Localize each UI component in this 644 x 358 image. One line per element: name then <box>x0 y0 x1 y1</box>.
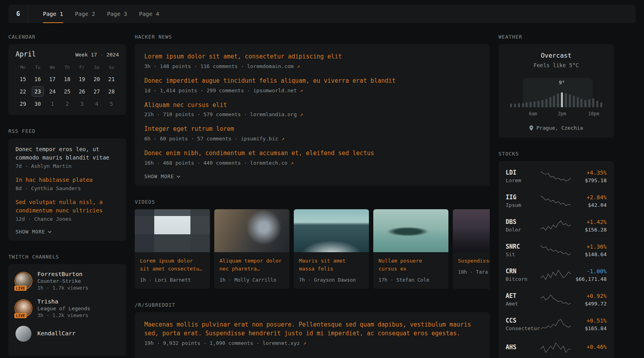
nav-tab[interactable]: Page 4 <box>139 5 159 23</box>
weather-section: WEATHER Overcast Feels like 5°C 9° 6am 2… <box>499 34 614 138</box>
video-card[interactable]: Aliquam tempor dolor nec pharetra… 1h · … <box>214 209 289 289</box>
hn-show-more-button[interactable]: SHOW MORE <box>144 173 480 179</box>
hn-item: Donec imperdiet augue tincidunt felis al… <box>144 77 480 93</box>
channel-name[interactable]: ForrestBurton <box>37 271 88 277</box>
chevron-down-icon <box>48 231 52 233</box>
video-thumbnail[interactable] <box>373 209 448 252</box>
rss-item-title[interactable]: In hac habitasse platea <box>16 176 119 184</box>
stock-name: Ipsum <box>506 202 540 208</box>
hn-item-source-link[interactable]: loremdomain.com ↗ <box>247 63 300 69</box>
video-title[interactable]: Aliquam tempor dolor nec pharetra… <box>219 257 284 273</box>
video-card[interactable]: Lorem ipsum dolor sit amet consectetu… 1… <box>135 209 210 289</box>
video-meta: 17h · Stefan Cole <box>378 277 443 283</box>
hn-item-source-link[interactable]: loremtech.co ↗ <box>250 160 294 166</box>
hn-item-stats: 16h · 468 points · 440 comments · <box>144 160 250 166</box>
stock-identity: IIG Ipsum <box>506 194 540 208</box>
subreddit-section: /R/SUBREDDIT Maecenas mollis pulvinar er… <box>135 302 490 358</box>
rss-item-title[interactable]: Donec tempor eros leo, ut commodo mauris… <box>16 145 119 162</box>
weather-location: Prague, Czechia <box>508 125 604 131</box>
video-card[interactable]: Mauris sit amet massa felis 7h · Grayson… <box>294 209 369 289</box>
calendar-weekday-row: Mo Tu We Th Fr Sa Su <box>16 65 119 70</box>
video-meta: 1h · Molly Carrillo <box>219 277 284 283</box>
weather-bar <box>577 97 579 107</box>
hn-item-source-link[interactable]: ipsumify.biz ↗ <box>241 136 285 142</box>
channel-name[interactable]: Trisha <box>37 298 90 305</box>
hn-item-source-link[interactable]: loremlandia.org ↗ <box>250 111 303 117</box>
weather-bar <box>573 95 575 107</box>
hn-item: Donec enim nibh, condimentum et accumsan… <box>144 149 480 166</box>
weather-widget: Overcast Feels like 5°C 9° 6am 2pm 10pm <box>499 44 614 138</box>
channel-info: KendallCarr <box>37 330 76 337</box>
hn-item-source-link[interactable]: ipsumworld.net ↗ <box>253 88 303 93</box>
nav-tabs: Page 1 Page 2 Page 3 Page 4 <box>28 5 165 23</box>
hn-item-stats: 6h · 60 points · 57 comments · <box>144 136 241 142</box>
subreddit-post-title[interactable]: Maecenas mollis pulvinar erat non posuer… <box>144 321 480 338</box>
section-title-hackernews: HACKER NEWS <box>135 34 490 40</box>
stock-symbol: AET <box>506 292 540 300</box>
weather-bar <box>530 102 531 107</box>
hn-item-title[interactable]: Integer eget rutrum lorem <box>144 125 480 134</box>
video-thumbnail[interactable] <box>294 209 369 252</box>
calendar-weekday: We <box>45 65 60 70</box>
hn-item-title[interactable]: Lorem ipsum dolor sit amet, consectetur … <box>144 53 480 61</box>
weather-bar <box>553 95 555 107</box>
video-card[interactable]: Suspendisse diam 18h · Tara <box>453 209 490 289</box>
stock-price: $156.28 <box>572 227 607 233</box>
left-column: CALENDAR April Week 17 · 2024 Mo <box>8 34 126 358</box>
rss-show-more-button[interactable]: SHOW MORE <box>16 229 119 235</box>
calendar-section: CALENDAR April Week 17 · 2024 Mo <box>8 34 126 115</box>
section-title-calendar: CALENDAR <box>8 34 126 40</box>
twitch-channel-row[interactable]: LIVE ForrestBurton Counter-Strike 1h · 1… <box>16 271 119 291</box>
stock-price: $795.18 <box>572 177 607 183</box>
weather-hourly-chart: 9° <box>509 78 603 107</box>
weather-bar <box>565 93 567 107</box>
stock-change: +4.35% <box>572 169 607 176</box>
video-title[interactable]: Mauris sit amet massa felis <box>299 257 364 273</box>
calendar-day: 19 <box>75 73 89 85</box>
hn-item: Aliquam nec cursus elit 21h · 710 points… <box>144 101 480 118</box>
rss-item: In hac habitasse platea 8d · Cynthia Sau… <box>16 176 119 191</box>
video-title[interactable]: Nullam posuere cursus ex <box>378 257 443 273</box>
rss-item-title[interactable]: Sed volutpat nulla nisl, a condimentum n… <box>16 198 119 215</box>
twitch-channel-row[interactable]: LIVE Trisha League of Legends 3h · 1.2k … <box>16 298 119 318</box>
stock-identity: LDI Lorem <box>506 169 540 183</box>
weather-bar <box>514 103 516 107</box>
video-thumbnail[interactable] <box>135 209 210 252</box>
nav-tab[interactable]: Page 3 <box>107 5 127 23</box>
subreddit-post-meta: 19h · 9,932 points · 1,090 comments · lo… <box>144 340 480 346</box>
channel-name[interactable]: KendallCarr <box>37 330 76 337</box>
hackernews-section: HACKER NEWS Lorem ipsum dolor sit amet, … <box>135 34 490 186</box>
calendar-day: 3 <box>75 97 89 110</box>
calendar-day: 29 <box>16 97 30 110</box>
external-link-icon: ↗ <box>303 340 306 346</box>
stock-values: +2.84% $42.04 <box>572 194 607 208</box>
calendar-day: 20 <box>89 73 104 85</box>
hn-item-title[interactable]: Donec imperdiet augue tincidunt felis al… <box>144 77 480 86</box>
hn-item-title[interactable]: Donec enim nibh, condimentum et accumsan… <box>144 149 480 158</box>
twitch-channel-row[interactable]: KendallCarr <box>16 326 119 342</box>
video-thumbnail[interactable] <box>453 209 490 252</box>
live-badge: LIVE <box>14 286 27 291</box>
section-title-rss: RSS FEED <box>8 128 126 134</box>
subreddit-post-source-link[interactable]: loremnet.xyz ↗ <box>262 340 306 346</box>
calendar-month: April <box>16 50 36 58</box>
app-logo[interactable]: G <box>8 5 28 23</box>
section-title-videos: VIDEOS <box>135 199 490 205</box>
nav-tab[interactable]: Page 1 <box>43 5 63 23</box>
weather-bar <box>584 100 586 107</box>
calendar-day: 16 <box>30 73 45 85</box>
calendar-header: April Week 17 · 2024 <box>16 50 119 58</box>
hn-item-title[interactable]: Aliquam nec cursus elit <box>144 101 480 110</box>
video-meta: 7h · Grayson Dawson <box>299 277 364 283</box>
video-title[interactable]: Lorem ipsum dolor sit amet consectetu… <box>140 257 205 273</box>
stock-symbol: SNRC <box>506 243 540 250</box>
video-card[interactable]: Nullam posuere cursus ex 17h · Stefan Co… <box>373 209 448 289</box>
channel-avatar: LIVE <box>16 300 31 316</box>
video-card-body: Suspendisse diam 18h · Tara <box>453 252 490 281</box>
video-thumbnail[interactable] <box>214 209 289 252</box>
channel-viewers: 3h · 1.2k viewers <box>37 312 90 318</box>
video-title[interactable]: Suspendisse diam <box>458 257 490 265</box>
stock-sparkline <box>540 318 572 330</box>
nav-tab[interactable]: Page 2 <box>75 5 95 23</box>
stock-row: AHS +0.46% <box>506 337 607 358</box>
